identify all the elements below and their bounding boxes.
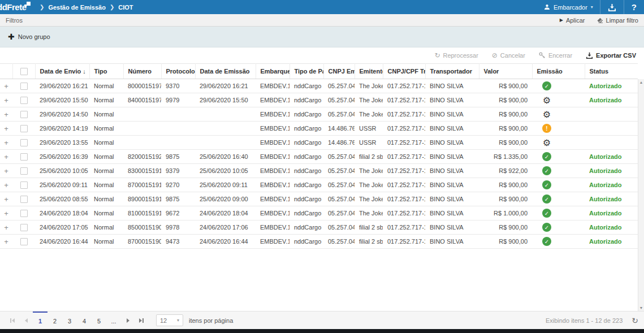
row-checkbox[interactable] [20,139,28,146]
download-button[interactable] [600,0,624,14]
header-protocolo[interactable]: Protocolo [161,64,195,79]
row-checkbox[interactable] [20,181,28,189]
scroll-up-icon[interactable]: ▲ [639,80,643,84]
select-all-checkbox[interactable] [20,68,28,75]
page-button-1[interactable]: 1 [33,312,47,329]
row-checkbox[interactable] [20,125,28,132]
row-checkbox[interactable] [20,224,28,231]
row-checkbox[interactable] [20,167,28,175]
expand-row-icon[interactable]: + [4,237,8,246]
new-group-button[interactable]: ✚ Novo grupo [8,33,50,41]
chevron-right-icon: ❯ [40,4,44,10]
expand-row-icon[interactable]: + [4,124,8,133]
header-numero[interactable]: Número [123,64,161,79]
table-row[interactable]: + 24/06/2020 17:05 Normal 85000151908 99… [0,220,638,235]
cell-emissao [532,192,585,206]
table-row[interactable]: + 29/06/2020 16:21 Normal 80000151977 93… [0,79,638,93]
row-checkbox[interactable] [20,210,28,217]
table-row[interactable]: + 25/06/2020 10:05 Normal 83000151914 93… [0,164,638,178]
check-circle-icon [542,152,551,161]
cell-cnpj-emitente: 14.486.767/0... [323,122,355,136]
ciot-emission-page: ddFrete ❯ Gestão de Emissão ❯ CIOT Embar… [0,0,644,333]
download-tray-icon [608,3,616,11]
page-size-value: 12 [160,317,167,324]
header-tipo-de-pagamento[interactable]: Tipo de Paga... [289,64,323,79]
last-page-button[interactable] [135,312,148,329]
next-page-button[interactable] [121,312,135,329]
help-button[interactable]: ? [624,0,644,14]
table-row[interactable]: + 25/06/2020 16:39 Normal 82000151924 98… [0,150,638,164]
header-valor[interactable]: Valor [479,64,532,79]
header-data-de-envio[interactable]: Data de Envio↓ [35,64,89,79]
cell-tipo-de-pagamento: nddCargo [289,122,323,136]
user-menu-button[interactable]: Embarcador ▾ [537,0,600,14]
app-logo[interactable]: ddFrete [0,0,33,14]
first-page-button[interactable] [6,312,19,329]
header-transportador[interactable]: Transportador [425,64,479,79]
header-cnpj-emitente[interactable]: CNPJ Emite... [323,64,355,79]
table-row[interactable]: + 29/06/2020 13:55 Normal EMBDEV.104835 … [0,136,638,150]
row-checkbox[interactable] [20,111,28,118]
warning-icon [542,124,551,133]
header-embarque[interactable]: Embarque [256,64,289,79]
cell-checkbox [12,136,35,150]
header-emissao[interactable]: Emissão [532,64,585,79]
cell-protocolo: 9379 [161,164,195,178]
header-cnpj-cpf-transportador[interactable]: CNPJ/CPF Transp... [383,64,425,79]
header-emitente[interactable]: Emitente [355,64,383,79]
cell-status: Autorizado [585,150,638,164]
breadcrumb-ciot[interactable]: CIOT [118,4,133,11]
expand-row-icon[interactable]: + [4,167,8,175]
expand-row-icon[interactable]: + [4,139,8,147]
clear-filter-button[interactable]: Limpar filtro [597,17,638,24]
page-button-3[interactable]: 3 [62,312,77,329]
page-button-2[interactable]: 2 [47,312,62,329]
expand-row-icon[interactable]: + [4,110,8,119]
header-tipo[interactable]: Tipo [89,64,123,79]
expand-row-icon[interactable]: + [4,82,8,90]
vertical-scrollbar[interactable]: ▲ ▼ [638,79,644,311]
filters-title: Filtros [6,17,23,24]
export-csv-label: Exportar CSV [596,52,636,59]
table-row[interactable]: + 29/06/2020 14:19 Normal EMBDEV.104855 … [0,122,638,136]
close-ciot-button[interactable]: Encerrar [539,52,572,59]
cell-valor: R$ 900,00 [479,107,532,122]
cell-protocolo: 9979 [161,93,195,107]
reprocess-button[interactable]: ↻ Reprocessar [434,52,478,59]
cancel-button[interactable]: ⊘ Cancelar [492,52,525,59]
apply-filter-button[interactable]: ▶ Aplicar [560,17,585,24]
table-row[interactable]: + 29/06/2020 14:50 Normal EMBDEV.104857 … [0,107,638,122]
expand-row-icon[interactable]: + [4,223,8,232]
table-row[interactable]: + 24/06/2020 16:44 Normal 87000151907 94… [0,235,638,249]
table-row[interactable]: + 29/06/2020 15:50 Normal 84000151975 99… [0,93,638,107]
page-button-4[interactable]: 4 [77,312,92,329]
previous-page-button[interactable] [19,312,33,329]
export-csv-button[interactable]: Exportar CSV [586,52,636,59]
table-row[interactable]: + 25/06/2020 08:55 Normal 89000151911 98… [0,192,638,206]
cell-cnpj-emitente: 05.257.045/0... [323,164,355,178]
expand-row-icon[interactable]: + [4,209,8,218]
row-checkbox[interactable] [20,97,28,104]
page-button-5[interactable]: 5 [92,312,106,329]
expand-row-icon[interactable]: + [4,153,8,161]
page-size-select[interactable]: 12 ▾ [156,314,183,326]
header-status[interactable]: Status [585,64,638,79]
cell-numero: 80000151977 [123,79,161,93]
row-checkbox[interactable] [20,238,28,245]
expand-row-icon[interactable]: + [4,181,8,189]
header-data-de-emissao[interactable]: Data de Emissão [195,64,256,79]
table-row[interactable]: + 25/06/2020 09:11 Normal 87000151912 92… [0,178,638,192]
table-row[interactable]: + 24/06/2020 18:04 Normal 81000151910 96… [0,206,638,220]
expand-row-icon[interactable]: + [4,195,8,204]
refresh-icon[interactable]: ↻ [632,316,638,325]
row-checkbox[interactable] [20,83,28,90]
page-button-more[interactable]: ... [106,312,121,329]
cell-cnpj-cpf-transportador: 017.252.717-10 [383,93,425,107]
cell-status: Autorizado [585,164,638,178]
expand-row-icon[interactable]: + [4,96,8,105]
cell-numero: 87000151907 [123,235,161,249]
breadcrumb-gestao-de-emissao[interactable]: Gestão de Emissão [48,4,106,11]
scroll-down-icon[interactable]: ▼ [639,306,643,310]
row-checkbox[interactable] [20,196,28,203]
row-checkbox[interactable] [20,153,28,161]
